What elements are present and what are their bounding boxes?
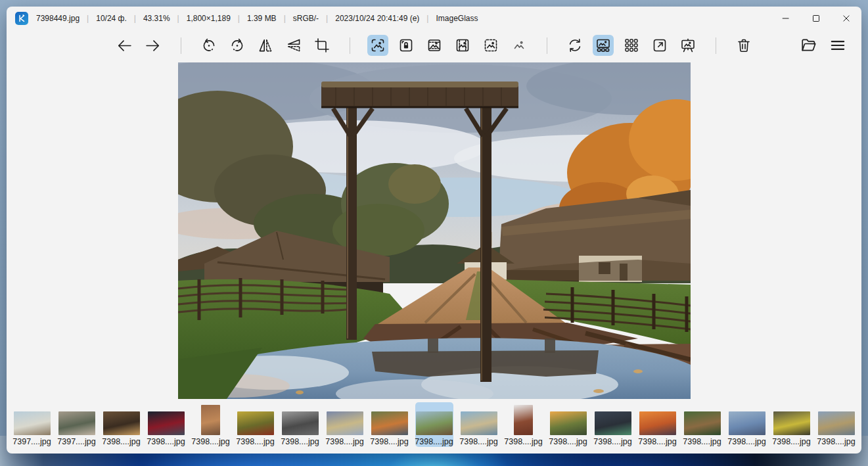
crop-icon — [314, 37, 330, 53]
refresh-button[interactable] — [564, 35, 585, 56]
delete-button[interactable] — [733, 35, 754, 56]
maximize-button[interactable] — [801, 7, 831, 30]
thumbnail-filename: 7398....jpg — [191, 437, 229, 446]
gallery-item[interactable]: 7397....jpg — [13, 402, 51, 447]
titlebar-divider: | — [284, 14, 286, 23]
scale-to-fit-button[interactable] — [480, 35, 501, 56]
titlebar-segment-2: 43.31% — [142, 14, 171, 23]
lock-zoom-button[interactable] — [396, 35, 417, 56]
imageglass-logo-icon — [15, 12, 28, 25]
thumbnail-image — [282, 404, 319, 435]
checkerboard-button[interactable] — [621, 35, 642, 56]
open-file-button[interactable] — [798, 35, 819, 56]
toolbar — [7, 30, 861, 60]
titlebar-segment-6: 2023/10/24 20:41:49 (e) — [334, 14, 421, 23]
rotate-left-button[interactable] — [198, 35, 219, 56]
crop-button[interactable] — [311, 35, 332, 56]
gallery-item-selected[interactable]: 7398....jpg — [415, 402, 453, 447]
gallery-item[interactable]: 7398....jpg — [639, 402, 677, 447]
thumbnail-filename: 7398....jpg — [504, 437, 542, 446]
titlebar-segment-1: 10/24 ф. — [95, 14, 128, 23]
thumbnail-preview — [639, 411, 676, 435]
thumbnail-preview — [371, 411, 408, 435]
window-controls — [771, 7, 861, 30]
scale-fill-icon — [511, 37, 527, 53]
flip-horizontal-icon — [258, 37, 273, 53]
gallery-item[interactable]: 7398....jpg — [505, 402, 543, 447]
toolbar-separator — [350, 37, 350, 54]
flip-vertical-button[interactable] — [283, 35, 304, 56]
arrow-right-icon — [145, 37, 161, 54]
thumbnail-image — [103, 404, 140, 435]
gallery-item[interactable]: 7398....jpg — [728, 402, 766, 447]
gallery-item[interactable]: 7398....jpg — [326, 402, 364, 447]
rotate-right-icon — [229, 37, 245, 53]
thumbnail-filename: 7398....jpg — [638, 437, 676, 446]
thumbnail-image — [595, 404, 631, 435]
gallery-item[interactable]: 7398....jpg — [549, 402, 587, 447]
thumbnail-filename: 7398....jpg — [147, 437, 185, 446]
gallery-item[interactable]: 7398....jpg — [371, 402, 409, 447]
refresh-icon — [567, 37, 583, 53]
thumbnail-preview — [550, 411, 587, 435]
slideshow-icon — [680, 37, 696, 53]
thumbnail-preview — [773, 411, 810, 435]
titlebar-divider: | — [238, 14, 240, 23]
thumbnail-filename: 7398....jpg — [817, 437, 855, 446]
auto-zoom-icon — [370, 37, 386, 53]
scale-height-icon — [455, 37, 470, 53]
gallery-item[interactable]: 7398....jpg — [773, 402, 811, 447]
thumbnail-preview — [818, 411, 855, 435]
gallery-item[interactable]: 7398....jpg — [817, 402, 856, 447]
gallery-item[interactable]: 7398....jpg — [281, 402, 319, 447]
flip-horizontal-button[interactable] — [255, 35, 276, 56]
gallery-item[interactable]: 7398....jpg — [147, 402, 185, 447]
previous-image-button[interactable] — [114, 35, 135, 56]
gallery-item[interactable]: 7398....jpg — [594, 402, 632, 447]
scale-to-width-button[interactable] — [424, 35, 445, 56]
titlebar[interactable]: 7398449.jpg|10/24 ф.|43.31%|1,800×1,189|… — [7, 7, 861, 30]
thumbnail-image — [201, 404, 220, 435]
titlebar-info: 7398449.jpg|10/24 ф.|43.31%|1,800×1,189|… — [35, 14, 480, 23]
scale-to-fill-button[interactable] — [509, 35, 530, 56]
scale-fit-icon — [483, 37, 499, 53]
scale-to-height-button[interactable] — [452, 35, 473, 56]
rotate-right-button[interactable] — [227, 35, 248, 56]
gallery-item[interactable]: 7398....jpg — [192, 402, 230, 447]
gallery-item[interactable]: 7398....jpg — [237, 402, 275, 447]
thumbnail-filename: 7398....jpg — [683, 437, 721, 446]
slideshow-button[interactable] — [677, 35, 698, 56]
gallery-toggle-button[interactable] — [593, 35, 614, 56]
thumbnail-image — [327, 404, 363, 435]
thumbnail-image — [818, 404, 855, 435]
titlebar-divider: | — [326, 14, 328, 23]
hamburger-menu-icon — [829, 37, 846, 54]
gallery-item[interactable]: 7398....jpg — [103, 402, 141, 447]
thumbnail-image — [550, 404, 587, 435]
thumbnail-filename: 7398....jpg — [102, 437, 140, 446]
auto-zoom-button[interactable] — [367, 35, 388, 56]
gallery-item[interactable]: 7397....jpg — [58, 402, 96, 447]
thumbnail-preview — [103, 411, 140, 435]
gallery-item[interactable]: 7398....jpg — [683, 402, 721, 447]
close-button[interactable] — [831, 7, 861, 30]
main-image[interactable] — [178, 62, 691, 399]
imageglass-window: 7398449.jpg|10/24 ф.|43.31%|1,800×1,189|… — [7, 7, 861, 454]
next-image-button[interactable] — [143, 35, 164, 56]
thumbnail-image — [148, 404, 185, 435]
thumbnail-filename: 7398....jpg — [415, 437, 453, 446]
gallery-item[interactable]: 7398....jpg — [460, 402, 498, 447]
thumbnail-preview — [201, 405, 220, 435]
thumbnail-filename: 7398....jpg — [281, 437, 319, 446]
image-viewport — [7, 60, 861, 402]
thumbnail-preview — [58, 411, 95, 435]
thumbnail-preview — [14, 411, 51, 435]
rotate-left-icon — [201, 37, 217, 53]
actual-size-button[interactable] — [649, 35, 670, 56]
thumbnail-filename: 7398....jpg — [727, 437, 765, 446]
main-menu-button[interactable] — [827, 35, 848, 56]
titlebar-divider: | — [426, 14, 428, 23]
minimize-button[interactable] — [771, 7, 801, 30]
thumbnail-filename: 7398....jpg — [370, 437, 408, 446]
thumbnail-image — [684, 404, 721, 435]
